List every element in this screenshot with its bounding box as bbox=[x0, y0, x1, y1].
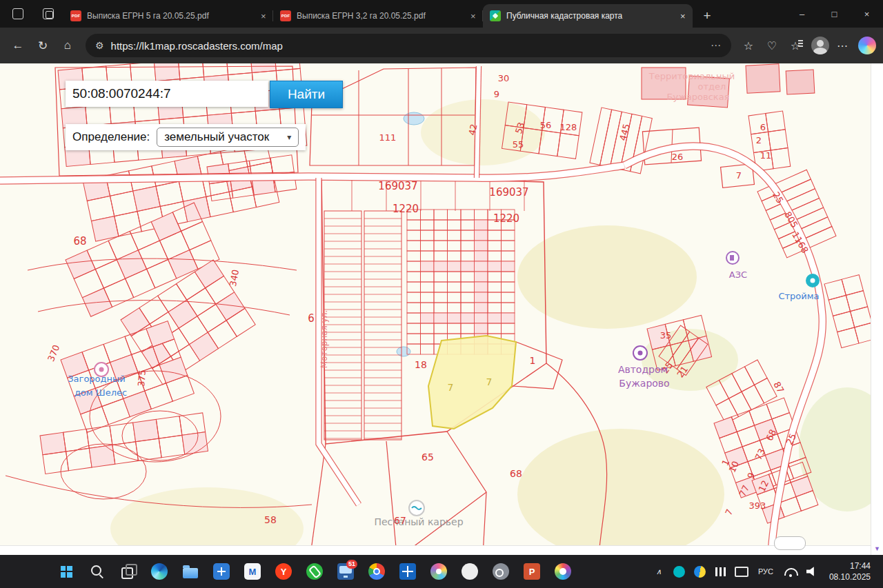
map-label: 7 bbox=[448, 382, 454, 393]
taskbar-edge-icon[interactable] bbox=[146, 558, 173, 585]
workspaces-icon[interactable] bbox=[8, 5, 26, 23]
tray-chevron-icon[interactable]: ∧ bbox=[648, 558, 669, 585]
taskbar-taskview-icon[interactable] bbox=[115, 558, 142, 585]
avatar bbox=[811, 37, 829, 54]
pdf-icon: PDF bbox=[280, 10, 291, 21]
map-label: 11 bbox=[760, 150, 772, 161]
maximize-button[interactable]: □ bbox=[818, 0, 851, 28]
address-bar[interactable]: ⚙ https://lk1map.roscadasters.com/map ⋯ bbox=[86, 34, 731, 57]
new-tab-button[interactable]: + bbox=[697, 6, 717, 26]
map-label: 7 bbox=[486, 376, 493, 387]
clock-time: 17:44 bbox=[829, 560, 871, 571]
pdf-icon: PDF bbox=[70, 10, 81, 21]
map-label: Моторная ул. bbox=[319, 310, 329, 368]
minimize-button[interactable]: – bbox=[786, 0, 818, 28]
page-content: ТерриториальныйотделБужаровская309111425… bbox=[0, 63, 883, 555]
taskbar-chrome-icon[interactable] bbox=[363, 558, 390, 585]
taskbar-yandex-icon[interactable]: Y bbox=[270, 558, 297, 585]
copilot-icon[interactable] bbox=[854, 34, 877, 57]
map-label: Песчаный карьер bbox=[374, 516, 463, 527]
filter-value: земельный участок bbox=[164, 130, 269, 144]
map-label: 7 bbox=[736, 170, 742, 181]
taskbar-github-icon[interactable] bbox=[456, 558, 484, 585]
tab-strip: PDF Выписка ЕГРН 5 га 20.05.25.pdf × PDF… bbox=[0, 0, 883, 28]
map-label: Бужаровская bbox=[667, 92, 730, 102]
map-label: 30 bbox=[498, 73, 510, 83]
refresh-icon[interactable]: ↻ bbox=[30, 34, 55, 57]
address-more-icon[interactable]: ⋯ bbox=[711, 39, 722, 52]
profile-avatar[interactable] bbox=[807, 34, 831, 57]
map-label: Бужарово bbox=[619, 378, 669, 389]
tab-pdf-1[interactable]: PDF Выписка ЕГРН 5 га 20.05.25.pdf × bbox=[63, 4, 273, 28]
map-label: Загородный bbox=[68, 374, 126, 384]
find-button[interactable]: Найти bbox=[270, 81, 343, 108]
map-label: 58 bbox=[264, 514, 277, 525]
map-label: 1220 bbox=[493, 212, 519, 225]
copilot-logo bbox=[858, 37, 876, 54]
taskbar-steam-icon[interactable] bbox=[487, 558, 515, 585]
tab-close-icon[interactable]: × bbox=[466, 10, 479, 22]
wifi-icon[interactable] bbox=[780, 558, 800, 585]
browser-essentials-icon[interactable]: ♡ bbox=[760, 34, 784, 57]
map-label: 111 bbox=[379, 132, 397, 143]
map-control-button[interactable] bbox=[774, 536, 806, 550]
map-label: Автодром bbox=[618, 364, 668, 375]
taskbar-grid-app-icon[interactable] bbox=[394, 558, 421, 585]
taskbar-whatsapp-icon[interactable] bbox=[301, 558, 328, 585]
map-label: 68 bbox=[510, 468, 522, 479]
taskbar-icons: MY51P bbox=[52, 558, 577, 585]
tray-tray-screen-icon[interactable] bbox=[731, 558, 752, 585]
url-text: https://lk1map.roscadasters.com/map bbox=[111, 40, 704, 52]
tray-tray-teal-icon[interactable] bbox=[669, 558, 690, 585]
volume-icon[interactable] bbox=[802, 558, 822, 585]
filter-select[interactable]: земельный участок ▾ bbox=[157, 128, 299, 147]
corner-icons bbox=[0, 0, 63, 28]
site-info-icon[interactable]: ⚙ bbox=[95, 40, 104, 51]
taskbar-screens-icon[interactable]: 51 bbox=[332, 558, 359, 585]
filter-label: Определение: bbox=[72, 130, 150, 144]
home-icon[interactable]: ⌂ bbox=[55, 34, 80, 57]
taskbar-powerpoint-icon[interactable]: P bbox=[518, 558, 546, 585]
close-button[interactable]: × bbox=[851, 0, 883, 28]
map-label: дом Шелес bbox=[75, 387, 127, 398]
tab-cadastral-map[interactable]: Публичная кадастровая карта × bbox=[483, 4, 693, 28]
language-indicator[interactable]: РУС bbox=[753, 558, 778, 585]
map-favicon bbox=[490, 10, 501, 21]
map-label: 35 bbox=[660, 330, 672, 341]
tab-close-icon[interactable]: × bbox=[676, 10, 688, 22]
tray-tray-duo-icon[interactable] bbox=[690, 558, 711, 585]
favorite-star-icon[interactable]: ☆ bbox=[737, 34, 760, 57]
favorites-list-icon[interactable]: ☆ bbox=[784, 34, 807, 57]
filter-panel: Определение: земельный участок ▾ bbox=[66, 124, 306, 150]
tab-actions-icon[interactable] bbox=[39, 5, 57, 23]
taskbar-paint-icon[interactable] bbox=[549, 558, 577, 585]
map-label: Территориальный bbox=[648, 71, 735, 81]
taskbar-explorer-icon[interactable] bbox=[177, 558, 204, 585]
back-icon[interactable]: ← bbox=[6, 34, 30, 57]
cadastral-search: Найти bbox=[66, 81, 343, 108]
search-input[interactable] bbox=[66, 81, 268, 107]
map-label: 2 bbox=[756, 135, 762, 145]
horizontal-scrollbar[interactable] bbox=[0, 545, 871, 555]
taskbar-mail-icon[interactable]: M bbox=[239, 558, 266, 585]
taskbar-search-icon[interactable] bbox=[83, 558, 111, 585]
taskbar-start-icon[interactable] bbox=[52, 558, 80, 585]
system-tray: ∧ РУС 17:44 08.10.2025 bbox=[648, 558, 876, 585]
map-label: 1220 bbox=[393, 203, 419, 215]
taskbar-clock[interactable]: 17:44 08.10.2025 bbox=[824, 560, 876, 582]
tray-tray-bars-icon[interactable] bbox=[711, 558, 731, 585]
map-label: 67 bbox=[394, 515, 406, 526]
taskbar-photos-icon[interactable] bbox=[425, 558, 453, 585]
map-label: 55 bbox=[513, 139, 524, 150]
scroll-down-icon[interactable]: ▼ bbox=[871, 545, 883, 552]
settings-more-icon[interactable]: ⋯ bbox=[831, 34, 854, 57]
map-label: 18 bbox=[415, 359, 427, 370]
tab-close-icon[interactable]: × bbox=[257, 10, 269, 22]
map-label: 1 bbox=[530, 355, 536, 366]
map-label: 128 bbox=[560, 122, 577, 132]
tab-pdf-2[interactable]: PDF Выписка ЕГРН 3,2 га 20.05.25.pdf × bbox=[273, 4, 483, 28]
taskbar-store-icon[interactable] bbox=[208, 558, 235, 585]
map-label: 169037 bbox=[378, 180, 417, 192]
taskbar: MY51P ∧ РУС 17:44 08.10.2025 bbox=[0, 555, 883, 588]
vertical-scrollbar[interactable]: ▼ bbox=[871, 63, 883, 555]
